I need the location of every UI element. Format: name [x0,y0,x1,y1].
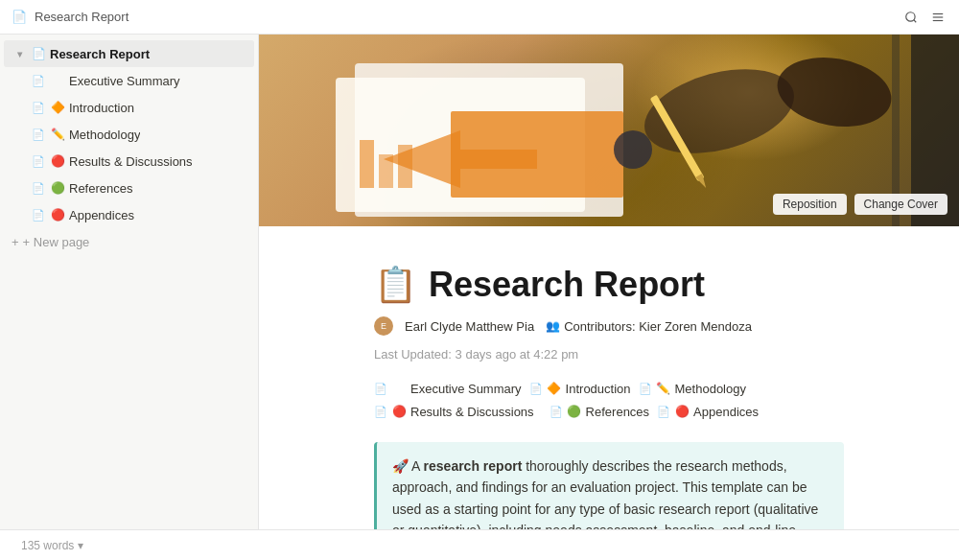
word-count-button[interactable]: 135 words ▾ [15,537,89,554]
subpage-results[interactable]: 📄 🔴 Results & Discussions [374,404,534,419]
subpage-doc-icon-4: 📄 [374,406,387,418]
subpage-color-icon-6: 🔴 [674,404,690,419]
child-color-icon-6: 🔴 [50,207,65,222]
subpage-label-3: Methodology [675,382,746,396]
child-doc-icon-2: 📄 [31,100,46,115]
svg-point-14 [772,49,897,135]
page-body: 📋 Research Report E Earl Clyde Matthew P… [259,226,959,529]
author-avatar: E [374,316,393,336]
author-name: Earl Clyde Matthew Pia [405,319,534,334]
root-doc-icon: 📄 [31,46,46,61]
child-color-icon-3: ✏️ [50,127,65,142]
subpage-label-5: References [586,405,649,419]
child-color-icon-5: 🟢 [50,180,65,196]
svg-rect-12 [398,145,412,188]
sidebar-tree: ▾ 📄 Research Report 📄 Executive Summary … [0,35,258,261]
svg-point-0 [906,12,915,20]
callout-teal: 🚀 A research report thoroughly describes… [374,442,844,529]
subpage-color-icon-4: 🔴 [391,404,407,419]
sidebar-root-label: Research Report [50,47,150,61]
callout-bold-text: research report [424,458,523,474]
cover-buttons: Reposition Change Cover [773,194,947,215]
sidebar-child-label-3: Methodology [69,128,140,142]
sidebar-item-executive-summary[interactable]: 📄 Executive Summary [4,67,254,94]
sidebar-child-label-6: Appendices [69,208,134,222]
sidebar-item-introduction[interactable]: 📄 🔶 Introduction [4,94,254,121]
meta-row: E Earl Clyde Matthew Pia 👥 Contributors:… [374,316,844,362]
app-header-title: Research Report [35,10,129,24]
subpage-label-1: Executive Summary [410,382,522,396]
child-color-icon-4: 🔴 [50,153,65,169]
subpage-references[interactable]: 📄 🟢 References [550,404,649,419]
new-page-button[interactable]: + + New page [4,228,254,255]
child-doc-icon-3: 📄 [31,127,46,142]
sidebar-item-root[interactable]: ▾ 📄 Research Report [4,40,254,67]
subpage-color-icon-3: ✏️ [656,381,671,396]
main-content: Reposition Change Cover 📋 Research Repor… [259,35,959,529]
svg-line-1 [914,19,917,22]
sidebar-child-label-5: References [69,181,132,196]
sidebar-item-references[interactable]: 📄 🟢 References [4,175,254,201]
callout-teal-icon: 🚀 [392,458,409,474]
subpage-label-2: Introduction [566,382,631,396]
child-color-icon-1 [50,73,65,88]
word-count-text: 135 words [21,539,74,552]
chevron-icon: ▾ [12,46,27,61]
sidebar: ▾ 📄 Research Report 📄 Executive Summary … [0,35,259,529]
contributors-icon: 👥 [546,319,560,333]
child-doc-icon-5: 📄 [31,180,46,196]
subpage-intro[interactable]: 📄 🔶 Introduction [529,381,631,396]
last-updated: Last Updated: 3 days ago at 4:22 pm [374,347,578,362]
search-button[interactable] [901,8,921,27]
page-title: Research Report [429,265,705,305]
subpage-label-6: Appendices [693,405,759,419]
svg-rect-10 [360,140,374,188]
page-emoji: 📋 [374,265,417,305]
app-header-icon: 📄 [12,10,27,24]
subpage-doc-icon-1: 📄 [374,383,387,395]
contributors-text: Contributors: Kier Zoren Mendoza [564,319,752,334]
change-cover-button[interactable]: Change Cover [854,194,947,215]
bottom-bar: 135 words ▾ [0,529,959,560]
subpage-executive[interactable]: 📄 Executive Summary [374,381,522,396]
reposition-button[interactable]: Reposition [773,194,847,215]
word-count-chevron: ▾ [78,539,83,552]
sidebar-item-appendices[interactable]: 📄 🔴 Appendices [4,201,254,228]
layout-button[interactable] [928,8,947,27]
svg-point-9 [614,130,652,169]
app-header: 📄 Research Report [0,0,959,35]
subpage-doc-icon-2: 📄 [529,383,543,395]
subpage-doc-icon-3: 📄 [639,383,652,395]
child-doc-icon-1: 📄 [31,73,46,88]
subpage-color-icon-2: 🔶 [547,381,562,396]
sidebar-item-results[interactable]: 📄 🔴 Results & Discussions [4,148,254,175]
subpage-appendices[interactable]: 📄 🔴 Appendices [657,404,759,419]
new-page-label: + New page [23,235,90,249]
subpages-row: 📄 Executive Summary 📄 🔶 Introduction 📄 ✏… [374,381,844,419]
app-header-actions [901,8,947,27]
subpage-color-icon-1 [391,381,407,396]
child-doc-icon-4: 📄 [31,153,46,169]
subpage-label-4: Results & Discussions [410,405,534,419]
child-doc-icon-6: 📄 [31,207,46,222]
contributors: 👥 Contributors: Kier Zoren Mendoza [546,319,752,334]
page-title-row: 📋 Research Report [374,265,844,305]
subpage-doc-icon-5: 📄 [550,406,563,418]
subpage-methodology[interactable]: 📄 ✏️ Methodology [639,381,746,396]
svg-rect-11 [379,154,393,188]
cover-image-container: Reposition Change Cover [259,35,959,226]
subpage-doc-icon-6: 📄 [657,406,670,418]
sidebar-child-label-1: Executive Summary [69,74,180,88]
sidebar-child-label-2: Introduction [69,101,134,115]
sidebar-item-methodology[interactable]: 📄 ✏️ Methodology [4,121,254,148]
sidebar-child-label-4: Results & Discussions [69,154,193,169]
plus-icon: + [12,235,19,249]
subpage-color-icon-5: 🟢 [567,404,582,419]
child-color-icon-2: 🔶 [50,100,65,115]
